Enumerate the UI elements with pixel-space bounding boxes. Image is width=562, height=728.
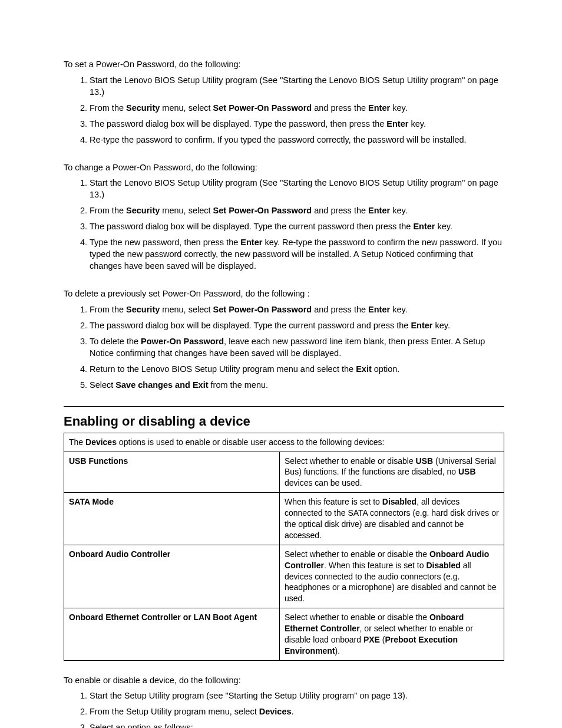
device-desc-cell: Select whether to enable or disable the … <box>280 608 504 661</box>
table-row: USB Functions Select whether to enable o… <box>64 452 504 493</box>
device-desc-cell: Select whether to enable or disable the … <box>280 545 504 608</box>
table-header-row: The Devices options is used to enable or… <box>64 433 504 452</box>
device-name-cell: USB Functions <box>64 452 280 493</box>
list-item: Return to the Lenovo BIOS Setup Utility … <box>90 363 504 375</box>
list-item: The password dialog box will be displaye… <box>90 220 504 232</box>
document-page: To set a Power-On Password, do the follo… <box>0 0 562 728</box>
list-item: To delete the Power-On Password, leave e… <box>90 335 504 359</box>
list-item: From the Security menu, select Set Power… <box>90 102 504 114</box>
intro-delete-password: To delete a previously set Power-On Pass… <box>64 288 504 300</box>
list-item: Select an option as follows: <box>90 722 504 728</box>
device-desc-cell: When this feature is set to Disabled, al… <box>280 493 504 545</box>
list-item: The password dialog box will be displaye… <box>90 319 504 331</box>
devices-table: The Devices options is used to enable or… <box>64 433 504 661</box>
list-item: Start the Lenovo BIOS Setup Utility prog… <box>90 74 504 98</box>
device-name-cell: Onboard Ethernet Controller or LAN Boot … <box>64 608 280 661</box>
heading-enabling-disabling-device: Enabling or disabling a device <box>64 406 504 429</box>
table-row: SATA Mode When this feature is set to Di… <box>64 493 504 545</box>
device-name-cell: SATA Mode <box>64 493 280 545</box>
list-item: Select Save changes and Exit from the me… <box>90 379 504 391</box>
delete-password-steps: From the Security menu, select Set Power… <box>64 304 504 391</box>
list-item: Re-type the password to confirm. If you … <box>90 134 504 146</box>
list-item: Start the Lenovo BIOS Setup Utility prog… <box>90 177 504 200</box>
list-item: From the Setup Utility program menu, sel… <box>90 706 504 717</box>
list-item: From the Security menu, select Set Power… <box>90 304 504 315</box>
device-desc-cell: Select whether to enable or disable USB … <box>280 452 504 493</box>
table-row: Onboard Audio Controller Select whether … <box>64 545 504 608</box>
list-item: The password dialog box will be displaye… <box>90 118 504 130</box>
table-row: Onboard Ethernet Controller or LAN Boot … <box>64 608 504 661</box>
intro-change-password: To change a Power-On Password, do the fo… <box>64 162 504 174</box>
enable-disable-steps: Start the Setup Utility program (see "St… <box>64 690 504 728</box>
intro-set-password: To set a Power-On Password, do the follo… <box>64 59 504 71</box>
intro-enable-disable: To enable or disable a device, do the fo… <box>64 675 504 687</box>
list-item: Type the new password, then press the En… <box>90 236 504 272</box>
device-name-cell: Onboard Audio Controller <box>64 545 280 608</box>
list-item: From the Security menu, select Set Power… <box>90 205 504 216</box>
list-item: Start the Setup Utility program (see "St… <box>90 690 504 701</box>
change-password-steps: Start the Lenovo BIOS Setup Utility prog… <box>64 177 504 272</box>
table-intro-cell: The Devices options is used to enable or… <box>64 433 504 452</box>
set-password-steps: Start the Lenovo BIOS Setup Utility prog… <box>64 74 504 146</box>
